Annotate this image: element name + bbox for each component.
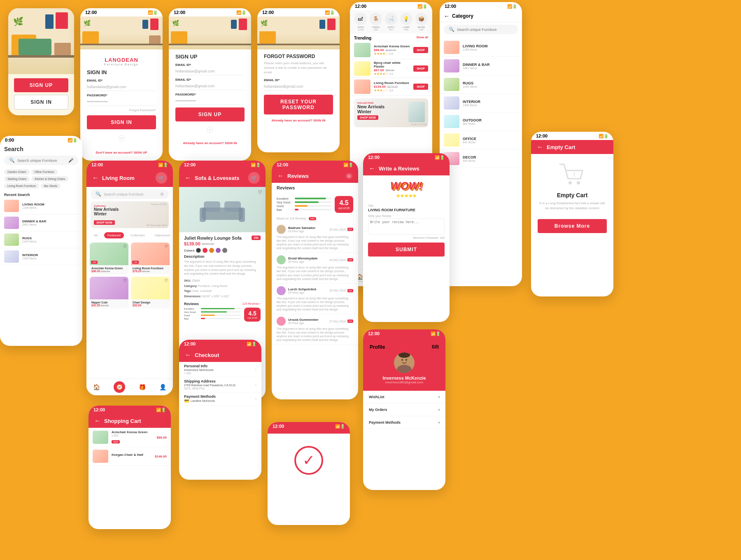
signup-link[interactable]: SIGN UP [134,151,147,154]
color-orange[interactable] [209,248,214,253]
profile-menu-wishlist[interactable]: WishList › [363,391,445,404]
category-more[interactable]: 📦 MORE 528 [415,13,428,31]
back-arrow[interactable]: ← [185,174,191,182]
sidebar-item-decor[interactable]: DECOR 463 Items [440,149,522,168]
cart-icon-button[interactable]: 🛒 [248,172,260,184]
back-arrow[interactable]: ← [92,174,99,182]
search-input[interactable] [457,28,513,32]
sidebar-item-outdoor[interactable]: OUTDOOR 862 Items [440,112,522,131]
nav-explore[interactable]: 🧭 [114,381,125,393]
wishlist-icon[interactable]: ♡ [258,189,262,195]
cart-icon-button[interactable]: 🛒 [156,172,167,184]
sidebar-item-office[interactable]: OFFICE 641 Items [440,131,522,149]
chip-office[interactable]: Office Furniture [31,169,58,175]
nav-home[interactable]: 🏠 [93,384,100,390]
landing-signup-button[interactable]: SIGN UP [14,78,68,92]
recent-item[interactable]: LIVING ROOM 1158 Items [0,198,82,215]
profile-menu-orders[interactable]: My Orders › [363,404,445,416]
back-arrow[interactable]: ← [369,165,375,172]
show-all-link[interactable]: Show all [417,36,428,40]
chip-living[interactable]: Living Room Furniture [4,183,39,189]
shop-now-button[interactable]: SHOP NOW [357,115,378,120]
checkout-payment[interactable]: Payment Methods 💳 Landline McKenzie › [179,392,261,406]
wishlist-icon[interactable]: ♡ [164,244,168,249]
sidebar-item-rugs[interactable]: RUGS 1345 Items [440,75,522,94]
product-card[interactable]: ♡ Nipper Cole $41.95 $67.00 [90,277,128,308]
category-lamp[interactable]: 💡 LAMP 848 [400,13,412,31]
chip-starting[interactable]: Starting Chairs [4,176,30,182]
signin-button[interactable]: SIGN IN [87,115,156,129]
category-table[interactable]: 🪑 TABLE 628 [370,13,382,31]
living-room-screen: 12:00 📶🔋 ← Living Room 🛒 🔍 Search unique… [86,161,173,395]
submit-review-button[interactable]: SUBMIT [368,243,445,257]
status-time: 12:00 [91,162,103,167]
sidebar-item-dinner-bar[interactable]: DINNER & BAR 2461 Items [440,57,522,75]
signup-title: SIGN UP [175,54,245,60]
signin-link[interactable]: SIGN IN [313,119,326,122]
chip-garden[interactable]: Garden Chairs [4,169,30,175]
tab-collection[interactable]: Collection [127,232,148,238]
checkout-shipping-address[interactable]: Shipping Address 2709 Rainbow road Pasad… [179,377,261,392]
chip-bar[interactable]: Bar Stools [41,183,61,189]
status-bar: 12:00 📶🔋 [363,153,450,161]
filter-icon[interactable]: ⚙ [160,192,164,196]
product-card[interactable]: #14 ♡ Living Room Furniture $78.24 $97.0… [131,243,170,274]
color-purple[interactable] [216,248,221,253]
reviews-link[interactable]: 124 Reviews › [242,302,261,305]
shop-now-button[interactable]: SHOP NOW [94,220,115,225]
signup-prompt: Don't have an account? SIGN UP [87,151,156,154]
shop-button[interactable]: SHOP [413,65,428,72]
product-card[interactable]: ♡ Chair Design $52.00 [131,277,170,308]
recent-item[interactable]: INTERIOR 1349 Items [0,248,82,265]
review-product-title: LIVING ROOM FURNITURE [368,208,445,212]
search-bar[interactable]: 🔍 [444,25,518,34]
product-card[interactable]: #24 ♡ Armchair Kenna Green $86.00 $101.0… [90,243,128,274]
signup-button[interactable]: SIGN UP [175,107,245,121]
back-arrow[interactable]: ← [277,172,284,180]
reset-password-button[interactable]: RESET YOUR PASSWORD [264,95,333,114]
search-input[interactable] [17,159,66,163]
wishlist-icon[interactable]: ♡ [123,278,127,283]
back-arrow[interactable]: ← [537,143,543,151]
empty-cart-screen: 12:00 📶🔋 ← Empty Cart ! Empty Cart It is… [531,132,613,296]
wishlist-icon[interactable]: ♡ [164,278,168,283]
shop-button[interactable]: SHOP [413,47,428,53]
signin-link[interactable]: SIGN IN [225,141,237,145]
back-arrow[interactable]: ← [444,13,450,19]
nav-profile[interactable]: 👤 [159,384,166,390]
mic-icon[interactable]: 🎤 [68,158,73,163]
profile-menu-payment[interactable]: Payment Methods › [363,416,445,429]
tab-slipcovers[interactable]: Slipcovers [151,232,173,238]
edit-button[interactable]: Edit [432,344,439,348]
signup-password-input: •••••••••••••••• [175,97,245,105]
recent-item[interactable]: DINNER & BAR 2461 Items [0,215,82,231]
landing-signin-button[interactable]: SIGN IN [14,95,68,110]
chevron-icon: › [255,367,256,372]
category-bath[interactable]: 🛁 BATH 937 [385,13,397,31]
forgot-link[interactable]: Forgot Password? [87,108,156,112]
back-arrow[interactable]: ← [94,417,101,425]
color-gray[interactable] [222,248,227,253]
category-sofa[interactable]: 🛋 SOFA 1158 [354,13,367,31]
checkout-personal-info[interactable]: Personal Info Inverness McKenzie + 001 › [179,362,261,377]
svg-rect-7 [239,208,245,222]
tab-all[interactable]: All [91,232,101,238]
sidebar-item-living-room[interactable]: LIVING ROOM 1158 Items [440,38,522,57]
logo-subtitle: Furniture Design [80,63,163,66]
wishlist-icon[interactable]: ♡ [123,244,127,249]
wow-banner: WOW! ⭐⭐⭐⭐⭐ [363,175,450,202]
search-bar[interactable]: 🔍 Search unique Furniture ⚙ [91,189,169,199]
back-arrow[interactable]: ← [185,351,191,359]
search-bar[interactable]: 🔍 🎤 [4,156,78,165]
shop-button[interactable]: SHOP [413,84,428,90]
recent-item[interactable]: RUGS 1345 Items [0,231,82,248]
sidebar-item-interior[interactable]: INTERIOR 1349 Items [440,94,522,112]
tab-featured[interactable]: Featured [104,232,124,238]
nav-grants[interactable]: 🎁 [139,384,146,390]
review-textarea[interactable] [368,218,445,235]
chip-kitchen[interactable]: Kitchen & Dining Chairs [31,176,68,182]
browse-more-button[interactable]: Browse More [538,219,607,233]
color-dark[interactable] [196,248,201,253]
status-bar: 12:00 📶🔋 [272,161,358,169]
color-red[interactable] [203,248,207,253]
